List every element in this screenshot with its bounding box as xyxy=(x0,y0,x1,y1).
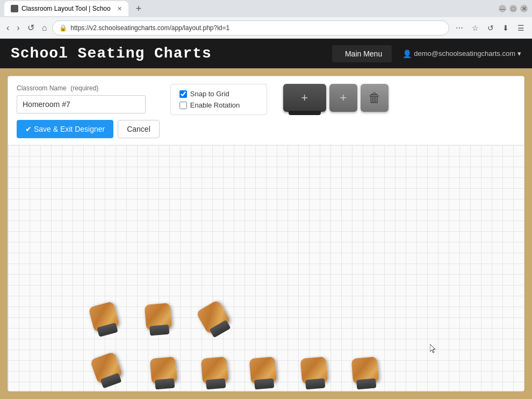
desk[interactable] xyxy=(348,356,383,391)
cursor xyxy=(430,344,436,354)
tab-title: Classroom Layout Tool | Schoo xyxy=(21,5,111,12)
forward-button[interactable]: › xyxy=(15,21,21,35)
trash-icon: 🗑 xyxy=(368,90,381,105)
desk-seat xyxy=(356,378,376,389)
tab-close-btn[interactable]: ✕ xyxy=(117,5,122,12)
close-button[interactable]: ✕ xyxy=(520,5,528,12)
desk-seat xyxy=(206,378,226,389)
add-small-desk-icon: + xyxy=(340,91,347,105)
reload-button[interactable]: ↺ xyxy=(25,20,37,35)
main-menu-label: Main Menu xyxy=(345,49,382,58)
desk[interactable] xyxy=(246,356,281,391)
grid-area[interactable] xyxy=(8,145,524,391)
desk-seat xyxy=(155,378,175,389)
desk[interactable] xyxy=(85,300,124,339)
user-icon: 👤 xyxy=(402,49,412,58)
browser-tab[interactable]: Classroom Layout Tool | Schoo ✕ xyxy=(4,1,128,16)
user-menu-chevron: ▾ xyxy=(517,49,521,58)
enable-rotation-row: Enable Rotation xyxy=(179,101,258,109)
add-small-desk-button[interactable]: + xyxy=(329,84,357,112)
desk[interactable] xyxy=(141,302,176,337)
main-menu-button[interactable]: Main Menu xyxy=(332,45,392,62)
menu-button[interactable]: ☰ xyxy=(514,22,528,34)
snap-to-grid-row: Snap to Grid xyxy=(179,90,258,98)
classroom-name-input[interactable] xyxy=(17,95,146,113)
toolbar: Classroom Name (required) ✔ Save & Exit … xyxy=(8,76,524,145)
maximize-button[interactable]: □ xyxy=(509,5,517,12)
enable-rotation-label[interactable]: Enable Rotation xyxy=(190,101,240,109)
nav-bar: ‹ › ↺ ⌂ 🔒 https://v2.schoolseatingcharts… xyxy=(0,17,532,39)
address-bar[interactable]: 🔒 https://v2.schoolseatingcharts.com/app… xyxy=(52,20,449,35)
desk[interactable] xyxy=(197,356,232,391)
browser-frame: Classroom Layout Tool | Schoo ✕ + — □ ✕ … xyxy=(0,0,532,399)
user-email: demo@schoolseatingcharts.com xyxy=(414,49,515,58)
desk[interactable] xyxy=(87,351,128,391)
main-panel: Classroom Name (required) ✔ Save & Exit … xyxy=(8,76,524,391)
snap-to-grid-label[interactable]: Snap to Grid xyxy=(190,90,229,98)
button-row: ✔ Save & Exit Designer Cancel xyxy=(17,120,160,138)
downloads-button[interactable]: ⬇ xyxy=(499,22,512,34)
classroom-name-section: Classroom Name (required) ✔ Save & Exit … xyxy=(17,84,160,138)
nav-actions: ⋯ ☆ ↺ ⬇ ☰ xyxy=(452,22,528,34)
lock-icon: 🔒 xyxy=(59,24,67,32)
app-header: School Seating Charts Main Menu 👤 demo@s… xyxy=(0,39,532,68)
options-section: Snap to Grid Enable Rotation xyxy=(170,84,267,115)
title-bar: Classroom Layout Tool | Schoo ✕ + — □ ✕ xyxy=(0,0,532,17)
extensions-button[interactable]: ⋯ xyxy=(452,22,466,34)
favorites-button[interactable]: ☆ xyxy=(469,22,482,34)
user-menu[interactable]: 👤 demo@schoolseatingcharts.com ▾ xyxy=(402,49,521,58)
url-text: https://v2.schoolseatingcharts.com/app/l… xyxy=(70,24,229,32)
history-button[interactable]: ↺ xyxy=(484,22,497,34)
classroom-name-label: Classroom Name (required) xyxy=(17,84,160,92)
add-large-desk-icon: + xyxy=(301,92,308,104)
save-exit-button[interactable]: ✔ Save & Exit Designer xyxy=(17,120,113,138)
desk-seat xyxy=(305,378,325,389)
desk-seat xyxy=(254,378,274,389)
desk[interactable] xyxy=(146,356,181,391)
home-button[interactable]: ⌂ xyxy=(40,21,49,35)
back-button[interactable]: ‹ xyxy=(4,21,11,35)
desk[interactable] xyxy=(193,298,237,342)
cancel-button[interactable]: Cancel xyxy=(118,120,160,138)
desk-seat xyxy=(149,324,169,336)
enable-rotation-checkbox[interactable] xyxy=(179,102,187,109)
content-area: Classroom Name (required) ✔ Save & Exit … xyxy=(0,68,532,399)
snap-to-grid-checkbox[interactable] xyxy=(179,90,187,98)
desk[interactable] xyxy=(297,356,332,391)
trash-button[interactable]: 🗑 xyxy=(361,84,389,112)
new-tab-button[interactable]: + xyxy=(133,2,145,16)
required-label: (required) xyxy=(70,84,98,92)
minimize-button[interactable]: — xyxy=(499,5,506,12)
action-buttons: + + 🗑 xyxy=(283,84,389,113)
add-large-desk-button[interactable]: + xyxy=(283,84,326,112)
app-logo: School Seating Charts xyxy=(11,45,332,62)
window-controls: — □ ✕ xyxy=(499,5,528,12)
tab-favicon xyxy=(11,5,18,12)
